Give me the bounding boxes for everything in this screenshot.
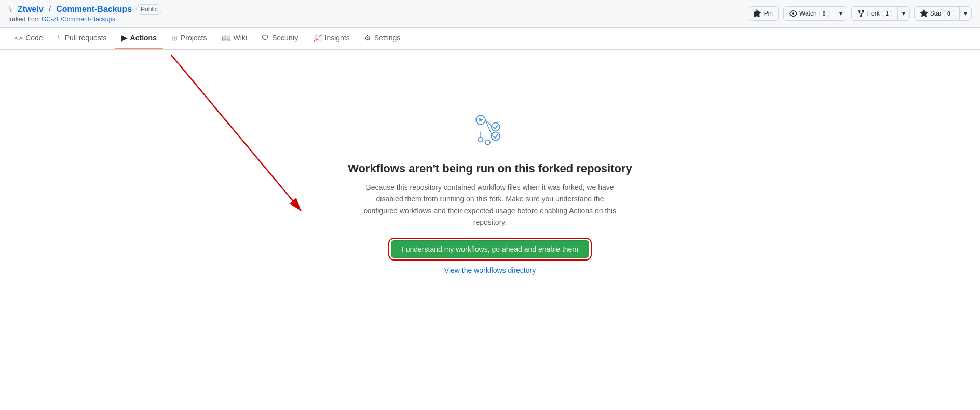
nav-wiki-label: Wiki <box>234 34 247 42</box>
empty-state-heading: Workflows aren't being run on this forke… <box>348 162 632 175</box>
view-workflows-link[interactable]: View the workflows directory <box>444 266 536 275</box>
nav-item-pull-requests[interactable]: ⑂ Pull requests <box>51 28 113 49</box>
watch-count: 0 <box>819 10 829 17</box>
repo-nav: <> Code ⑂ Pull requests ▶ Actions ⊞ Proj… <box>0 28 980 50</box>
pin-button[interactable]: Pin <box>748 7 779 20</box>
nav-item-wiki[interactable]: 📖 Wiki <box>215 28 253 49</box>
projects-icon: ⊞ <box>171 34 178 42</box>
fork-button[interactable]: Fork 1 <box>852 7 898 20</box>
svg-point-6 <box>492 122 500 131</box>
star-dropdown-button[interactable]: ▾ <box>960 7 971 20</box>
repo-separator: / <box>49 5 51 14</box>
nav-projects-label: Projects <box>181 34 207 42</box>
star-count: 0 <box>944 10 954 17</box>
nav-item-code[interactable]: <> Code <box>8 28 49 49</box>
svg-line-1 <box>171 55 301 211</box>
repo-info: ⑂ Ztwelv / Comment-Backups Public forked… <box>8 4 162 23</box>
nav-item-projects[interactable]: ⊞ Projects <box>165 28 213 49</box>
watch-dropdown-button[interactable]: ▾ <box>835 7 847 20</box>
nav-security-label: Security <box>272 34 298 42</box>
workflow-icon-wrapper <box>471 111 509 149</box>
repo-owner-link[interactable]: Ztwelv <box>18 5 44 14</box>
repo-title: ⑂ Ztwelv / Comment-Backups Public <box>8 4 162 15</box>
svg-point-8 <box>479 137 483 142</box>
pin-btn-group: Pin <box>748 6 779 21</box>
nav-item-insights[interactable]: 📈 Insights <box>307 28 356 49</box>
actions-icon: ▶ <box>121 34 127 42</box>
star-icon <box>920 9 928 18</box>
svg-point-9 <box>485 140 490 144</box>
star-label: Star <box>930 10 942 17</box>
nav-item-actions[interactable]: ▶ Actions <box>115 28 163 49</box>
forked-from-link[interactable]: GC-ZF/Comment-Backups <box>42 16 115 23</box>
eye-icon <box>789 9 797 18</box>
nav-settings-label: Settings <box>374 34 401 42</box>
security-icon: 🛡 <box>262 34 269 42</box>
actions-empty-state: Workflows aren't being run on this forke… <box>348 111 632 275</box>
code-icon: <> <box>15 34 22 42</box>
main-content: Workflows aren't being run on this forke… <box>0 50 980 335</box>
pin-icon <box>754 9 762 18</box>
nav-item-security[interactable]: 🛡 Security <box>255 28 305 49</box>
pull-requests-icon: ⑂ <box>58 34 62 42</box>
settings-icon: ⚙ <box>364 34 371 42</box>
nav-pr-label: Pull requests <box>65 34 107 42</box>
fork-dropdown-button[interactable]: ▾ <box>898 7 909 20</box>
pin-label: Pin <box>764 10 773 17</box>
header-actions: Pin Watch 0 ▾ Fork 1 ▾ <box>748 6 972 21</box>
nav-actions-label: Actions <box>130 34 157 42</box>
repo-name-link[interactable]: Comment-Backups <box>56 5 132 14</box>
star-btn-group: Star 0 ▾ <box>914 6 972 21</box>
fork-btn-group: Fork 1 ▾ <box>851 6 910 21</box>
fork-count: 1 <box>882 10 892 17</box>
fork-icon <box>857 9 865 18</box>
workflow-icon <box>471 111 509 148</box>
empty-state-description: Because this repository contained workfl… <box>360 182 620 228</box>
visibility-badge: Public <box>136 4 162 15</box>
watch-btn-group: Watch 0 ▾ <box>783 6 847 21</box>
nav-item-settings[interactable]: ⚙ Settings <box>358 28 407 49</box>
star-button[interactable]: Star 0 <box>915 7 960 20</box>
forked-from: forked from GC-ZF/Comment-Backups <box>8 16 162 23</box>
fork-repo-icon: ⑂ <box>8 5 13 14</box>
wiki-icon: 📖 <box>222 34 230 42</box>
nav-code-label: Code <box>25 34 43 42</box>
insights-icon: 📈 <box>313 34 322 42</box>
page-header: ⑂ Ztwelv / Comment-Backups Public forked… <box>0 0 980 28</box>
watch-button[interactable]: Watch 0 <box>784 7 835 20</box>
watch-label: Watch <box>799 10 817 17</box>
svg-marker-3 <box>479 118 483 121</box>
fork-label: Fork <box>867 10 880 17</box>
enable-workflows-button[interactable]: I understand my workflows, go ahead and … <box>391 240 589 258</box>
svg-point-7 <box>492 132 500 140</box>
nav-insights-label: Insights <box>325 34 350 42</box>
